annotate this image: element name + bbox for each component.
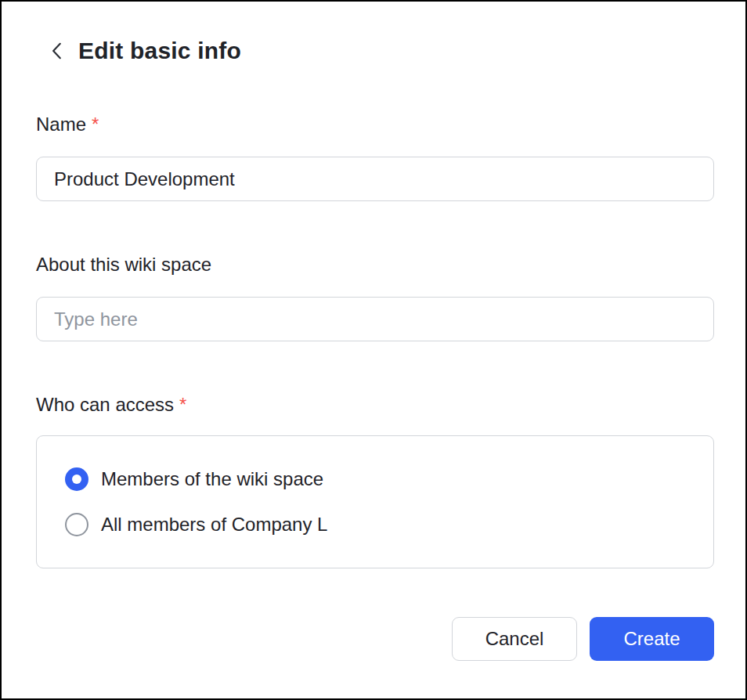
required-asterisk: * [92, 113, 99, 136]
radio-option-members-of-wiki-space[interactable]: Members of the wiki space [65, 467, 685, 491]
back-button[interactable] [45, 38, 69, 64]
radio-option-label: Members of the wiki space [101, 468, 323, 490]
dialog-footer: Cancel Create [36, 617, 714, 661]
about-input[interactable] [36, 297, 714, 341]
radio-option-all-members-of-company[interactable]: All members of Company L [65, 513, 685, 536]
dialog-header: Edit basic info [36, 38, 711, 64]
about-label-text: About this wiki space [36, 253, 211, 276]
radio-option-label: All members of Company L [101, 514, 327, 536]
access-label-text: Who can access [36, 393, 174, 417]
name-input[interactable] [36, 157, 714, 201]
name-label: Name * [36, 113, 711, 136]
access-label: Who can access * [36, 393, 711, 417]
about-label: About this wiki space [36, 253, 711, 276]
radio-icon[interactable] [65, 513, 88, 536]
page-title: Edit basic info [78, 38, 241, 64]
create-button[interactable]: Create [590, 617, 714, 661]
access-radio-group: Members of the wiki space All members of… [36, 435, 714, 568]
radio-icon[interactable] [65, 467, 88, 491]
name-label-text: Name [36, 113, 86, 136]
chevron-left-icon [47, 39, 67, 63]
required-asterisk: * [179, 393, 186, 417]
edit-basic-info-dialog: Edit basic info Name * About this wiki s… [0, 0, 747, 700]
cancel-button[interactable]: Cancel [452, 617, 577, 661]
